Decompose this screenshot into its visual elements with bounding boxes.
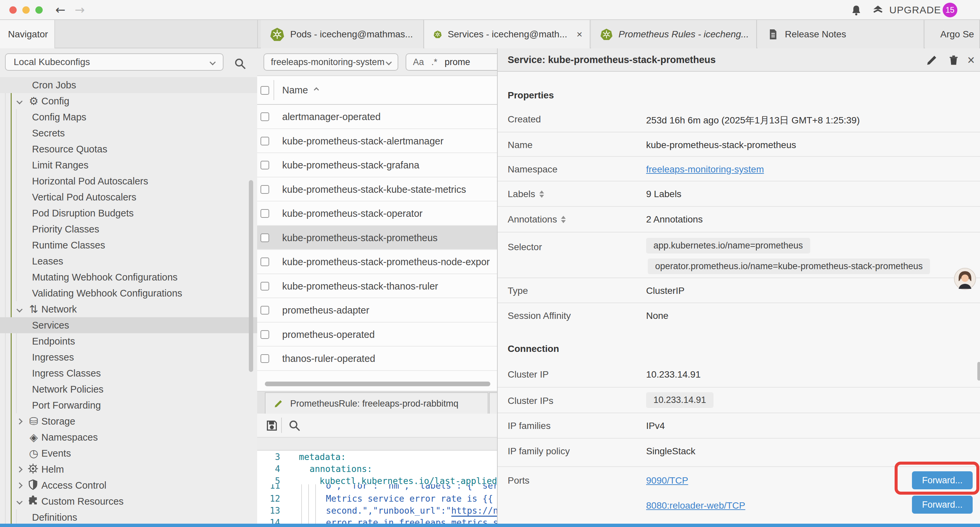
horizontal-scrollbar[interactable] bbox=[265, 382, 490, 386]
shield-icon bbox=[27, 479, 40, 492]
sidebar-item-leases[interactable]: Leases bbox=[0, 253, 257, 269]
table-row[interactable]: kube-prometheus-stack-alertmanager bbox=[257, 129, 497, 153]
table-row[interactable]: kube-prometheus-stack-prometheus bbox=[257, 226, 497, 250]
tab-close-icon[interactable]: × bbox=[576, 29, 582, 39]
sort-arrows-icon[interactable] bbox=[561, 216, 566, 223]
back-arrow-icon[interactable]: ← bbox=[56, 3, 65, 18]
ip-family-policy-label: IP family policy bbox=[508, 446, 570, 457]
sidebar-item-mutating-webhook-configurations[interactable]: Mutating Webhook Configurations bbox=[0, 269, 257, 285]
row-checkbox[interactable] bbox=[261, 137, 269, 145]
sidebar-item-port-forwarding[interactable]: Port Forwarding bbox=[0, 397, 257, 413]
navigator-panel-tab[interactable]: Navigator bbox=[0, 20, 55, 48]
window-zoom-light[interactable] bbox=[35, 6, 43, 14]
code-text: Metrics service error rate is {{ $va bbox=[326, 493, 497, 505]
sidebar-item-secrets[interactable]: Secrets bbox=[0, 125, 257, 141]
tab-prometheus-rules-icecheng[interactable]: Prometheus Rules - icecheng... bbox=[591, 20, 757, 48]
sidebar-item-endpoints[interactable]: Endpoints bbox=[0, 333, 257, 349]
port-link-9090[interactable]: 9090/TCP bbox=[646, 475, 688, 486]
dock-tab-prometheusrule[interactable]: PrometheusRule: freeleaps-prod-rabbitmq bbox=[265, 392, 488, 414]
name-column-header[interactable]: Name bbox=[282, 85, 308, 96]
close-icon[interactable]: × bbox=[967, 54, 980, 66]
sidebar-item-vertical-pod-autoscalers[interactable]: Vertical Pod Autoscalers bbox=[0, 189, 257, 205]
edit-pencil-icon[interactable] bbox=[926, 54, 938, 66]
sidebar-item-helm[interactable]: Helm bbox=[0, 461, 257, 477]
row-checkbox[interactable] bbox=[261, 161, 269, 169]
sidebar-item-resource-quotas[interactable]: Resource Quotas bbox=[0, 141, 257, 157]
forward-button-8080[interactable]: Forward... bbox=[912, 496, 973, 514]
sidebar-item-runtime-classes[interactable]: Runtime Classes bbox=[0, 237, 257, 253]
regex-toggle[interactable]: .* bbox=[431, 57, 437, 67]
kubeconfig-selector[interactable]: Local Kubeconfigs bbox=[5, 53, 223, 71]
sidebar-item-priority-classes[interactable]: Priority Classes bbox=[0, 221, 257, 237]
namespace-link[interactable]: freeleaps-monitoring-system bbox=[646, 164, 764, 175]
tab-pods-icecheng-mathmas[interactable]: Pods - icecheng@mathmas... bbox=[261, 20, 424, 48]
row-checkbox[interactable] bbox=[261, 354, 269, 363]
sidebar-item-config-maps[interactable]: Config Maps bbox=[0, 109, 257, 125]
labels-value[interactable]: 9 Labels bbox=[646, 189, 681, 199]
annotations-value[interactable]: 2 Annotations bbox=[646, 214, 703, 225]
window-minimize-light[interactable] bbox=[22, 6, 30, 14]
port-link-8080[interactable]: 8080:reloader-web/TCP bbox=[646, 500, 745, 511]
sidebar-item-limit-ranges[interactable]: Limit Ranges bbox=[0, 157, 257, 173]
sidebar-item-custom-resources[interactable]: Custom Resources bbox=[0, 493, 257, 509]
notifications-bell-icon[interactable] bbox=[850, 4, 862, 17]
sidebar-item-validating-webhook-configurations[interactable]: Validating Webhook Configurations bbox=[0, 285, 257, 301]
delete-trash-icon[interactable] bbox=[947, 54, 960, 66]
row-checkbox[interactable] bbox=[261, 282, 269, 291]
window-close-light[interactable] bbox=[10, 6, 17, 14]
tab-argo-se[interactable]: Argo Se bbox=[925, 20, 980, 48]
sidebar-item-access-control[interactable]: Access Control bbox=[0, 477, 257, 493]
row-checkbox[interactable] bbox=[261, 330, 269, 339]
sidebar-item-definitions[interactable]: Definitions bbox=[0, 509, 257, 524]
row-checkbox[interactable] bbox=[261, 209, 269, 218]
chevron-down-icon bbox=[16, 498, 22, 504]
sort-arrows-icon[interactable] bbox=[539, 191, 544, 198]
sidebar-item-cron-jobs[interactable]: Cron Jobs bbox=[0, 77, 257, 93]
sidebar-item-events[interactable]: ◷Events bbox=[0, 445, 257, 461]
sidebar-item-horizontal-pod-autoscalers[interactable]: Horizontal Pod Autoscalers bbox=[0, 173, 257, 189]
sidebar-search-icon[interactable] bbox=[234, 57, 247, 70]
namespace-filter-select[interactable]: freeleaps-monitoring-system bbox=[264, 53, 398, 71]
table-row[interactable]: kube-prometheus-stack-thanos-ruler bbox=[257, 274, 497, 299]
row-checkbox[interactable] bbox=[261, 306, 269, 315]
select-all-checkbox[interactable] bbox=[261, 86, 269, 95]
sidebar-scrollbar[interactable] bbox=[249, 180, 253, 372]
table-row[interactable]: kube-prometheus-stack-grafana bbox=[257, 153, 497, 177]
sidebar-item-network-policies[interactable]: Network Policies bbox=[0, 381, 257, 397]
sort-ascending-icon[interactable] bbox=[314, 88, 319, 93]
sidebar-item-services[interactable]: Services bbox=[0, 317, 257, 333]
row-checkbox[interactable] bbox=[261, 258, 269, 266]
yaml-editor[interactable]: 3metadata:4annotations:5kubectl.kubernet… bbox=[257, 451, 497, 524]
sidebar-item-pod-disruption-budgets[interactable]: Pod Disruption Budgets bbox=[0, 205, 257, 221]
table-row[interactable]: kube-prometheus-stack-kube-state-metrics bbox=[257, 177, 497, 202]
sidebar-item-namespaces[interactable]: ◈Namespaces bbox=[0, 429, 257, 445]
editor-search-icon[interactable] bbox=[288, 419, 301, 432]
row-checkbox[interactable] bbox=[261, 185, 269, 194]
ports-label: Ports bbox=[508, 475, 529, 486]
row-checkbox[interactable] bbox=[261, 112, 269, 121]
notification-count-badge[interactable]: 15 bbox=[943, 3, 957, 18]
code-link[interactable]: https://net bbox=[451, 506, 497, 517]
table-row[interactable]: alertmanager-operated bbox=[257, 105, 497, 129]
table-row[interactable]: kube-prometheus-stack-operator bbox=[257, 201, 497, 226]
upgrade-button[interactable]: UPGRADE bbox=[871, 3, 941, 17]
user-avatar[interactable] bbox=[954, 268, 976, 290]
table-row[interactable]: thanos-ruler-operated bbox=[257, 347, 497, 371]
sidebar-item-ingresses[interactable]: Ingresses bbox=[0, 349, 257, 365]
panel-scrollbar[interactable] bbox=[977, 362, 980, 381]
list-search-input[interactable]: Aa .* prome bbox=[406, 53, 502, 71]
tab-services-icecheng-math[interactable]: Services - icecheng@math...× bbox=[424, 20, 590, 48]
sidebar-item-network[interactable]: ⇅Network bbox=[0, 301, 257, 317]
table-row[interactable]: kube-prometheus-stack-prometheus-node-ex… bbox=[257, 250, 497, 274]
tab-release-notes[interactable]: Release Notes bbox=[757, 20, 924, 48]
table-row[interactable]: prometheus-operated bbox=[257, 323, 497, 347]
sidebar-item-ingress-classes[interactable]: Ingress Classes bbox=[0, 365, 257, 381]
match-case-toggle[interactable]: Aa bbox=[413, 57, 424, 67]
sidebar-item-label: Mutating Webhook Configurations bbox=[32, 272, 177, 283]
forward-arrow-icon[interactable]: → bbox=[75, 3, 85, 18]
table-row[interactable]: prometheus-adapter bbox=[257, 298, 497, 323]
save-icon[interactable] bbox=[265, 419, 278, 432]
sidebar-item-config[interactable]: ⚙Config bbox=[0, 93, 257, 109]
sidebar-item-storage[interactable]: ⛁Storage bbox=[0, 413, 257, 429]
row-checkbox[interactable] bbox=[261, 234, 269, 242]
